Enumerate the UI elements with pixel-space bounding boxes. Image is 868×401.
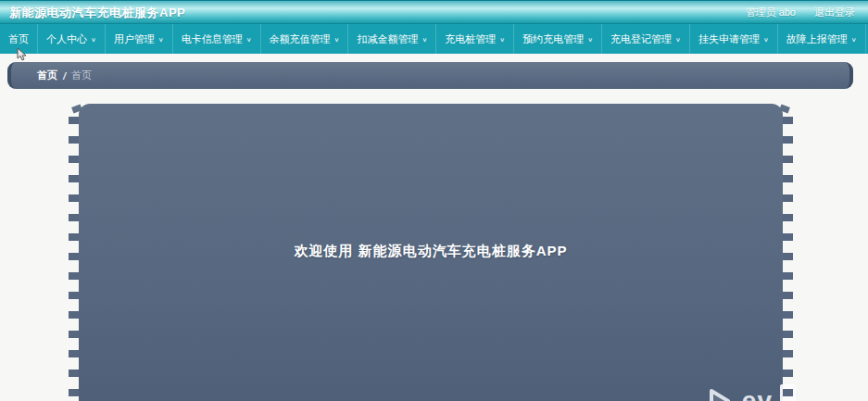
welcome-message: 欢迎使用 新能源电动汽车充电桩服务APP	[79, 243, 783, 260]
title-bar-right: 管理员 abo 退出登录	[746, 6, 868, 19]
nav-item-loss-report-management[interactable]: 挂失申请管理 ∨	[690, 24, 778, 54]
nav-item-label: 充电登记管理	[610, 32, 672, 46]
chevron-down-icon: ∨	[851, 35, 857, 42]
nav-item-label: 余额充值管理	[270, 32, 331, 46]
chevron-down-icon: ∨	[587, 35, 593, 42]
nav-item-card-info-management[interactable]: 电卡信息管理 ∨	[173, 24, 261, 54]
breadcrumb-separator: /	[63, 70, 66, 81]
nav-item-user-management[interactable]: 用户管理 ∨	[106, 24, 173, 54]
watermark-text: ev	[742, 382, 773, 401]
main-nav: 首页 个人中心 ∨ 用户管理 ∨ 电卡信息管理 ∨ 余额充值管理 ∨ 扣减金额管…	[0, 23, 868, 54]
breadcrumb-root-link[interactable]: 首页	[37, 69, 57, 82]
breadcrumb-current-page: 首页	[71, 69, 92, 82]
title-bar: 新能源电动汽车充电桩服务APP 管理员 abo 退出登录	[0, 0, 868, 24]
chevron-down-icon: ∨	[499, 35, 505, 42]
chevron-down-icon: ∨	[91, 35, 96, 42]
nav-item-charging-registration-management[interactable]: 充电登记管理 ∨	[602, 24, 690, 54]
nav-item-reservation-charging-management[interactable]: 预约充电管理 ∨	[514, 24, 602, 54]
nav-item-label: 个人中心	[46, 32, 87, 46]
nav-item-label: 预约充电管理	[522, 32, 584, 46]
nav-item-balance-recharge-management[interactable]: 余额充值管理 ∨	[261, 24, 349, 54]
panel-corner-nub	[779, 105, 790, 114]
mouse-cursor-icon	[17, 47, 28, 66]
nav-item-deduction-amount-management[interactable]: 扣减金额管理 ∨	[348, 24, 436, 54]
nav-item-label: 故障上报管理	[786, 32, 848, 46]
chevron-down-icon: ∨	[421, 35, 427, 42]
nav-item-label: 用户管理	[114, 32, 155, 46]
chevron-down-icon: ∨	[675, 35, 681, 42]
logout-link[interactable]: 退出登录	[814, 6, 855, 19]
nav-item-label: 首页	[8, 32, 29, 46]
watermark-logo-fragment	[780, 384, 796, 401]
nav-item-label: 挂失申请管理	[698, 32, 760, 46]
nav-item-fault-report-management[interactable]: 故障上报管理 ∨	[778, 24, 866, 54]
welcome-panel: 欢迎使用 新能源电动汽车充电桩服务APP ev	[79, 104, 783, 401]
nav-item-charging-pile-management[interactable]: 充电桩管理 ∨	[436, 24, 514, 54]
panel-corner-nub	[71, 105, 82, 114]
nav-item-label: 电卡信息管理	[182, 32, 243, 46]
breadcrumb: 首页 / 首页	[37, 69, 92, 82]
chevron-down-icon: ∨	[334, 35, 340, 42]
nav-item-label: 充电桩管理	[445, 32, 496, 46]
logged-in-user-label: 管理员 abo	[746, 6, 796, 19]
app-title: 新能源电动汽车充电桩服务APP	[0, 5, 185, 21]
nav-item-label: 扣减金额管理	[357, 32, 418, 46]
breadcrumb-bar: 首页 / 首页	[7, 62, 853, 89]
chevron-down-icon: ∨	[763, 35, 769, 42]
chevron-down-icon: ∨	[246, 35, 252, 42]
nav-item-personal-center[interactable]: 个人中心 ∨	[38, 24, 106, 54]
screen-recorder-watermark: ev	[703, 382, 796, 401]
play-triangle-icon	[703, 385, 735, 401]
chevron-down-icon: ∨	[158, 35, 164, 42]
